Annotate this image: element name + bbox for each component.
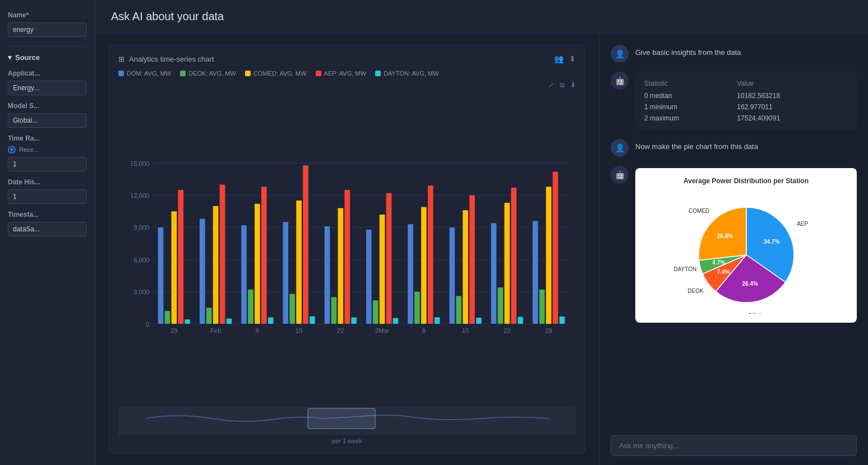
timestamp-input[interactable] bbox=[8, 222, 87, 236]
svg-rect-45 bbox=[386, 193, 392, 324]
svg-text:15: 15 bbox=[296, 327, 303, 334]
expand-icon[interactable]: ⤢ bbox=[548, 81, 554, 89]
svg-rect-31 bbox=[289, 294, 295, 324]
svg-text:34.7%: 34.7% bbox=[764, 239, 779, 245]
application-label: Applicat... bbox=[8, 69, 87, 77]
legend-item: COMED: AVG, MW bbox=[245, 70, 307, 77]
ai-panel: 👤 Give basic insights from the data 🤖 St… bbox=[599, 34, 868, 465]
mini-chart[interactable] bbox=[118, 407, 576, 435]
user-text-1: Give basic insights from the data bbox=[635, 45, 741, 57]
source-toggle[interactable]: ▾ Source bbox=[8, 53, 87, 62]
ai-input-area bbox=[611, 429, 857, 465]
svg-text:DAYTON: DAYTON bbox=[673, 266, 696, 272]
svg-rect-22 bbox=[227, 318, 232, 324]
stat-header-stat: Statistic bbox=[644, 78, 736, 90]
topbar: Ask AI about your data bbox=[95, 0, 868, 34]
time-range-input[interactable] bbox=[8, 157, 87, 171]
time-range-field: Time Ra... Rece... bbox=[8, 134, 87, 171]
ai-pie-wrapper: Average Power Distribution per Station A… bbox=[635, 166, 857, 323]
svg-rect-66 bbox=[533, 221, 538, 324]
svg-rect-34 bbox=[310, 317, 315, 324]
svg-text:AEP: AEP bbox=[797, 221, 808, 227]
users-icon[interactable]: 👥 bbox=[554, 54, 564, 63]
svg-rect-70 bbox=[560, 317, 565, 324]
pie-chart-svg: AEP34.7%DOM26.4%DEOK7.4%DAYTON4.7%COMED2… bbox=[662, 190, 830, 314]
timestamp-label: Timesta... bbox=[8, 211, 87, 218]
legend-item: DAYTON: AVG, MW bbox=[375, 70, 438, 77]
legend-item: DOM: AVG, MW bbox=[118, 70, 171, 77]
date-history-input[interactable] bbox=[8, 189, 87, 204]
svg-rect-57 bbox=[469, 196, 475, 324]
svg-rect-49 bbox=[414, 292, 420, 324]
svg-text:Feb: Feb bbox=[210, 327, 221, 334]
name-input[interactable] bbox=[8, 22, 87, 37]
svg-text:26.8%: 26.8% bbox=[717, 233, 732, 239]
svg-rect-28 bbox=[268, 318, 274, 324]
ai-avatar-2: 🤖 bbox=[611, 166, 629, 184]
svg-rect-67 bbox=[539, 290, 545, 324]
legend-item: AEP: AVG, MW bbox=[316, 70, 367, 77]
svg-text:COMED: COMED bbox=[689, 208, 709, 214]
model-input[interactable] bbox=[8, 113, 87, 128]
chart-grid-icon: ⊞ bbox=[118, 55, 124, 63]
user-avatar-2: 👤 bbox=[611, 139, 629, 157]
svg-rect-56 bbox=[463, 210, 468, 324]
svg-rect-30 bbox=[283, 222, 288, 324]
ai-message-1: 🤖 Statistic Value 0 median10182.5632181 … bbox=[611, 72, 857, 130]
application-input[interactable] bbox=[8, 81, 87, 95]
svg-rect-26 bbox=[255, 204, 260, 324]
svg-text:DOM: DOM bbox=[748, 313, 761, 314]
application-field: Applicat... bbox=[8, 69, 87, 95]
legend-item: DEOK: AVG, MW bbox=[180, 70, 236, 77]
svg-rect-14 bbox=[172, 211, 177, 324]
copy-icon[interactable]: ⧉ bbox=[560, 81, 565, 89]
pie-card: Average Power Distribution per Station A… bbox=[635, 168, 857, 323]
svg-text:29: 29 bbox=[170, 327, 178, 334]
stats-table: Statistic Value 0 median10182.5632181 mi… bbox=[643, 77, 849, 124]
svg-rect-37 bbox=[331, 297, 337, 324]
ai-stats-bubble: Statistic Value 0 median10182.5632181 mi… bbox=[635, 72, 857, 130]
date-history-label: Date His... bbox=[8, 178, 87, 186]
svg-text:26.4%: 26.4% bbox=[742, 281, 758, 287]
chart-action-icons: 👥 ⬇ bbox=[554, 54, 576, 63]
svg-rect-38 bbox=[338, 208, 344, 324]
svg-text:0: 0 bbox=[146, 321, 149, 328]
pie-chart-title: Average Power Distribution per Station bbox=[644, 177, 848, 185]
svg-rect-64 bbox=[518, 317, 523, 324]
svg-text:2Mar: 2Mar bbox=[375, 327, 390, 334]
chart-title-row: ⊞ Analytics time-series chart bbox=[118, 55, 214, 63]
svg-rect-54 bbox=[449, 227, 455, 324]
svg-text:9,000: 9,000 bbox=[133, 224, 149, 231]
svg-rect-36 bbox=[325, 226, 330, 324]
ai-input[interactable] bbox=[611, 435, 857, 456]
svg-rect-61 bbox=[498, 287, 504, 324]
svg-rect-55 bbox=[456, 296, 461, 324]
download2-icon[interactable]: ⬇ bbox=[570, 81, 576, 89]
model-label: Model S... bbox=[8, 102, 87, 110]
svg-rect-51 bbox=[428, 185, 433, 324]
svg-rect-39 bbox=[344, 190, 350, 324]
stat-header-val: Value bbox=[737, 78, 848, 90]
svg-rect-16 bbox=[184, 319, 190, 324]
svg-rect-21 bbox=[220, 184, 225, 324]
page-title: Ask AI about your data bbox=[111, 10, 852, 23]
svg-text:29: 29 bbox=[545, 327, 552, 334]
chart-title: Analytics time-series chart bbox=[129, 55, 214, 63]
time-range-label: Time Ra... bbox=[8, 134, 87, 142]
svg-text:6,000: 6,000 bbox=[133, 257, 149, 263]
svg-rect-20 bbox=[213, 206, 219, 324]
svg-rect-60 bbox=[491, 223, 497, 324]
date-history-field: Date His... bbox=[8, 178, 87, 204]
bar-chart-svg: 15,00012,0009,0006,0003,000029Feb815222M… bbox=[118, 92, 576, 403]
download-icon[interactable]: ⬇ bbox=[569, 54, 576, 63]
svg-rect-40 bbox=[351, 318, 357, 324]
user-message-2: 👤 Now make the pie chart from this data bbox=[611, 139, 857, 157]
svg-rect-68 bbox=[546, 187, 552, 324]
svg-text:3,000: 3,000 bbox=[133, 289, 149, 295]
svg-text:22: 22 bbox=[337, 327, 344, 334]
name-field: Name* bbox=[8, 11, 87, 37]
svg-rect-32 bbox=[296, 201, 302, 324]
model-field: Model S... bbox=[8, 102, 87, 128]
svg-rect-63 bbox=[511, 188, 516, 324]
time-range-radio[interactable]: Rece... bbox=[8, 146, 87, 154]
